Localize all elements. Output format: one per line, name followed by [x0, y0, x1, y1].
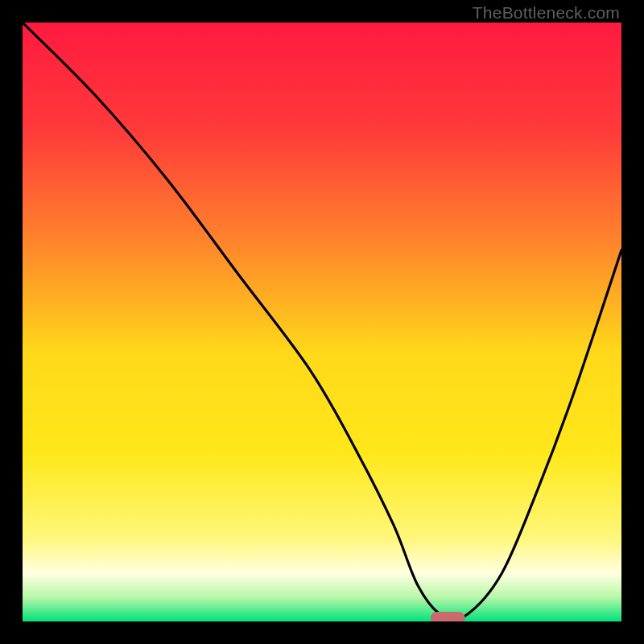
optimal-marker	[431, 613, 464, 621]
chart-frame: TheBottleneck.com	[0, 0, 644, 644]
bottleneck-curve	[23, 23, 621, 621]
plot-area	[23, 23, 621, 621]
watermark-text: TheBottleneck.com	[473, 3, 620, 23]
